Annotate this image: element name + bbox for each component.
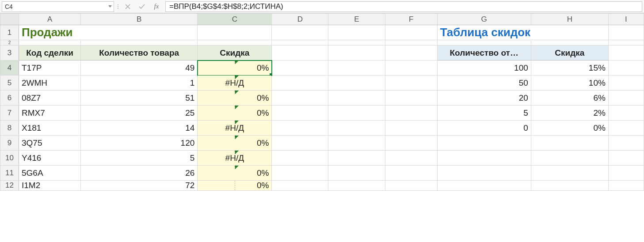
col-header-I[interactable]: I [608,14,644,25]
row-header-12[interactable]: 12 [0,181,19,191]
cell-G8[interactable]: 0 [437,121,531,136]
row-1: 1 Продажи Таблица скидок [0,25,644,40]
cell-B4[interactable]: 49 [81,60,198,76]
row-header-1[interactable]: 1 [0,25,19,40]
cell-C6[interactable]: 0% [198,91,272,106]
cell-B12[interactable]: 72 [81,181,198,191]
row-header-7[interactable]: 7 [0,106,19,121]
formula-bar: C4 fx =ВПР(B4;$G$4:$H$8;2;ИСТИНА) [0,0,644,13]
sales-header-qty[interactable]: Количество товара [81,45,198,60]
cell-A6[interactable]: 08Z7 [19,91,81,106]
cell-E1[interactable] [328,25,385,40]
row-8: 8 X181 14 #Н/Д 0 0% [0,121,644,136]
confirm-formula-button[interactable] [136,2,148,11]
cell-C1[interactable] [198,25,272,40]
col-header-F[interactable]: F [385,14,437,25]
cell-H7[interactable]: 2% [531,106,608,121]
row-3: 3 Код сделки Количество товара Скидка Ко… [0,45,644,60]
cell-A5[interactable]: 2WMH [19,76,81,91]
fx-icon[interactable]: fx [150,3,163,10]
cell-B5[interactable]: 1 [81,76,198,91]
cell-A4[interactable]: T17P [19,60,81,76]
column-header-row: A B C D E F G H I [0,14,644,25]
drag-handle-icon[interactable] [117,4,119,9]
row-9: 9 3Q75 120 0% [0,136,644,151]
row-header-10[interactable]: 10 [0,151,19,166]
col-header-G[interactable]: G [437,14,531,25]
row-header-11[interactable]: 11 [0,166,19,181]
cancel-formula-button[interactable] [122,2,133,11]
row-header-5[interactable]: 5 [0,76,19,91]
cell-B10[interactable]: 5 [81,151,198,166]
cell-D1[interactable] [272,25,328,40]
col-header-H[interactable]: H [531,14,608,25]
row-header-9[interactable]: 9 [0,136,19,151]
sales-header-code[interactable]: Код сделки [19,45,81,60]
cell-B7[interactable]: 25 [81,106,198,121]
row-5: 5 2WMH 1 #Н/Д 50 10% [0,76,644,91]
row-10: 10 Y416 5 #Н/Д [0,151,644,166]
cell-C11[interactable]: 0% [198,166,272,181]
cell-A8[interactable]: X181 [19,121,81,136]
col-header-E[interactable]: E [328,14,385,25]
name-box-value: C4 [5,3,13,10]
cell-C10[interactable]: #Н/Д [198,151,272,166]
cell-C5[interactable]: #Н/Д [198,76,272,91]
cell-H8[interactable]: 0% [531,121,608,136]
cell-G7[interactable]: 5 [437,106,531,121]
row-header-8[interactable]: 8 [0,121,19,136]
cell-F1[interactable] [385,25,437,40]
row-2: 2 [0,40,644,45]
row-7: 7 RMX7 25 0% 5 2% [0,106,644,121]
row-6: 6 08Z7 51 0% 20 6% [0,91,644,106]
sales-title[interactable]: Продажи [19,25,198,40]
cell-H4[interactable]: 15% [531,60,608,76]
cell-B9[interactable]: 120 [81,136,198,151]
cell-C4[interactable]: 0% [198,60,272,76]
cell-B8[interactable]: 14 [81,121,198,136]
cell-G6[interactable]: 20 [437,91,531,106]
row-11: 11 5G6A 26 0% [0,166,644,181]
cell-A11[interactable]: 5G6A [19,166,81,181]
sales-header-discount[interactable]: Скидка [198,45,272,60]
formula-input[interactable]: =ВПР(B4;$G$4:$H$8;2;ИСТИНА) [165,1,642,12]
cell-A10[interactable]: Y416 [19,151,81,166]
name-box[interactable]: C4 [2,1,114,12]
col-header-C[interactable]: C [198,14,272,25]
cell-A9[interactable]: 3Q75 [19,136,81,151]
discounts-title[interactable]: Таблица скидок [437,25,608,40]
discount-header-discount[interactable]: Скидка [531,45,608,60]
cell-B11[interactable]: 26 [81,166,198,181]
spreadsheet-grid[interactable]: A B C D E F G H I 1 Продажи Таблица скид… [0,13,644,191]
row-header-3[interactable]: 3 [0,45,19,60]
cell-C12[interactable]: 0% [198,181,272,191]
row-header-2[interactable]: 2 [0,40,19,45]
row-4: 4 T17P 49 0% 100 15% [0,60,644,76]
row-12: 12 I1M2 72 0% [0,181,644,191]
cell-G4[interactable]: 100 [437,60,531,76]
row-header-4[interactable]: 4 [0,60,19,76]
cell-H5[interactable]: 10% [531,76,608,91]
cell-A12[interactable]: I1M2 [19,181,81,191]
cell-C9[interactable]: 0% [198,136,272,151]
cell-I1[interactable] [608,25,644,40]
cell-C7[interactable]: 0% [198,106,272,121]
chevron-down-icon[interactable] [108,5,112,8]
formula-text: =ВПР(B4;$G$4:$H$8;2;ИСТИНА) [169,2,283,11]
cell-A7[interactable]: RMX7 [19,106,81,121]
cell-C8[interactable]: #Н/Д [198,121,272,136]
cell-G5[interactable]: 50 [437,76,531,91]
cell-B6[interactable]: 51 [81,91,198,106]
row-header-6[interactable]: 6 [0,91,19,106]
col-header-A[interactable]: A [19,14,81,25]
col-header-B[interactable]: B [81,14,198,25]
cell-H6[interactable]: 6% [531,91,608,106]
col-header-D[interactable]: D [272,14,328,25]
select-all-corner[interactable] [0,14,19,25]
discount-header-from[interactable]: Количество от… [437,45,531,60]
